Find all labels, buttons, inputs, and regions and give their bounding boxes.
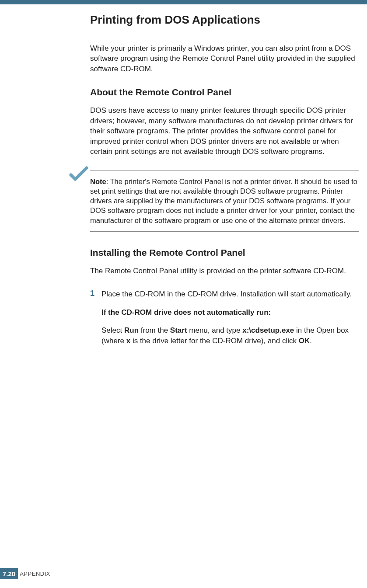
page-footer: 7.20 APPENDIX <box>0 568 50 579</box>
page-number: 20 <box>8 570 16 578</box>
run-bold-2: Start <box>170 326 187 334</box>
run-text-mid1: from the <box>139 326 170 334</box>
note-block: Note: The printer's Remote Control Panel… <box>90 170 359 232</box>
checkmark-icon <box>69 166 88 182</box>
run-bold-4: x <box>126 337 130 345</box>
step-run-instruction: Select Run from the Start menu, and type… <box>101 325 359 346</box>
footer-section-label: APPENDIX <box>20 571 50 577</box>
page-chapter: 7. <box>3 570 8 578</box>
page-number-badge: 7.20 <box>0 568 18 579</box>
top-bar <box>0 0 367 4</box>
about-paragraph: DOS users have access to many printer fe… <box>90 105 359 157</box>
install-heading: Installing the Remote Control Panel <box>90 247 359 258</box>
note-text: Note: The printer's Remote Control Panel… <box>90 177 359 225</box>
intro-paragraph: While your printer is primarily a Window… <box>90 43 359 74</box>
note-label: Note <box>90 177 106 185</box>
step-sub-heading: If the CD-ROM drive does not automatical… <box>101 307 359 317</box>
run-bold-3: x:\cdsetup.exe <box>242 326 294 334</box>
about-heading: About the Remote Control Panel <box>90 87 359 97</box>
run-text-mid2: menu, and type <box>187 326 243 334</box>
main-heading: Printing from DOS Applications <box>90 13 359 27</box>
step-body: Place the CD-ROM in the CD-ROM drive. In… <box>101 289 352 299</box>
page-content: Printing from DOS Applications While you… <box>0 4 359 346</box>
run-bold-5: OK <box>299 337 310 345</box>
run-bold-1: Run <box>124 326 139 334</box>
note-body: : The printer's Remote Control Panel is … <box>90 177 357 224</box>
install-paragraph: The Remote Control Panel utility is prov… <box>90 266 359 276</box>
step-number: 1 <box>90 289 101 298</box>
run-text-pre: Select <box>101 326 124 334</box>
run-text-mid4: is the drive letter for the CD-ROM drive… <box>130 337 299 345</box>
run-text-end: . <box>310 337 312 345</box>
step-1: 1 Place the CD-ROM in the CD-ROM drive. … <box>90 289 359 299</box>
